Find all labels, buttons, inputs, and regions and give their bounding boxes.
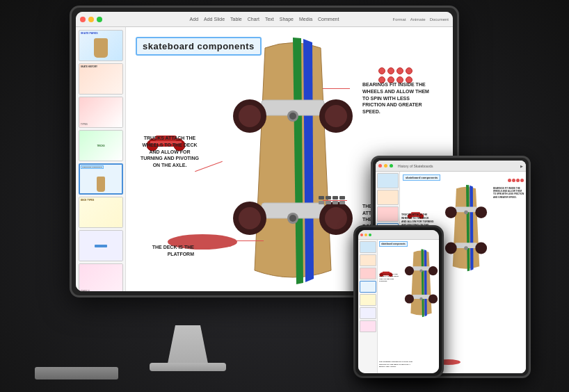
screw-dot [332, 196, 338, 199]
svg-point-23 [445, 206, 457, 218]
toolbar-shape[interactable]: Shape [280, 17, 294, 22]
svg-point-11 [325, 207, 347, 229]
slide-thumbnail-6[interactable]: DECK TYPES [79, 197, 123, 228]
phone-close[interactable] [360, 234, 363, 236]
mac-mini [35, 367, 118, 379]
deck-line [236, 240, 264, 241]
toolbar-animate[interactable]: Animate [410, 17, 426, 22]
svg-point-13 [289, 113, 296, 120]
tablet-bearing-dot [512, 179, 515, 182]
bearing-dot [396, 67, 403, 74]
toolbar-right: Format Animate Document [393, 17, 449, 22]
tablet-thumb-2[interactable] [377, 190, 399, 205]
toolbar-media[interactable]: Media [299, 17, 312, 22]
slide-thumbnail-8[interactable]: WHEELS [79, 263, 123, 291]
phone-thumb-3[interactable] [360, 268, 376, 279]
slide-thumbnail-7[interactable] [79, 230, 123, 261]
slide-thumbnail-4[interactable]: TRICKS [79, 130, 123, 161]
deck-annotation: THE DECK IS THE PLATFORM [138, 244, 194, 258]
close-button[interactable] [80, 17, 86, 22]
toolbar-document[interactable]: Document [430, 17, 449, 22]
phone-full[interactable] [369, 234, 371, 236]
bearing-dot [406, 67, 412, 74]
svg-point-9 [239, 207, 261, 229]
screw-dot [339, 201, 345, 204]
tablet-close[interactable] [378, 164, 382, 168]
slide-thumbnail-1[interactable]: SKATE PARKS [79, 30, 123, 61]
screws-line [323, 200, 347, 201]
toolbar: Add Add Slide Table Chart Text Shape Med… [76, 12, 453, 27]
toolbar-table[interactable]: Table [230, 17, 242, 22]
phone-slide-panel [358, 240, 378, 373]
tablet-thumb-1[interactable] [377, 173, 399, 188]
bearings-annotation: BEARINGS FIT INSIDE THE WHEELS AND ALLOW… [362, 81, 432, 115]
toolbar-text[interactable]: Text [265, 17, 274, 22]
tablet-full[interactable] [390, 164, 393, 168]
slide-thumbnail-2[interactable]: SKATE HISTORY [79, 63, 123, 95]
tablet-slide-title: skateboard components [403, 174, 440, 181]
svg-point-27 [445, 243, 457, 254]
fullscreen-button[interactable] [97, 17, 102, 22]
phone-content: skateboard components [358, 240, 439, 373]
phone-screen: skateboard components [358, 230, 439, 373]
screw-dot [326, 196, 331, 199]
tablet-skateboard [442, 180, 490, 277]
svg-point-15 [289, 215, 296, 222]
monitor-base [150, 363, 226, 371]
svg-point-28 [475, 243, 487, 254]
tablet-bearings-text: BEARINGS FIT INSIDE THE WHEELS AND ALLOW… [493, 187, 524, 199]
tablet-toolbar: History of Skateboards ▶ [376, 161, 526, 172]
toolbar-slide[interactable]: Add Slide [204, 17, 225, 22]
svg-point-29 [464, 211, 468, 215]
toolbar-comment[interactable]: Comment [318, 17, 339, 22]
svg-point-44 [419, 297, 422, 300]
minimize-button[interactable] [88, 17, 94, 22]
tablet-bearings-dots [508, 179, 524, 182]
tablet-bearing-dot [508, 179, 511, 182]
tablet-min[interactable] [384, 164, 387, 168]
phone-trucks-text: TRUCKS ATTACH THE WHEELS TO THE DECK AND… [379, 273, 401, 282]
phone-thumb-5[interactable] [360, 294, 376, 306]
svg-point-42 [428, 294, 438, 303]
phone-screws-text: THE SCREWS AND BOLTS ATTACH THE TRUCKS T… [379, 361, 414, 368]
bearing-dot [378, 67, 385, 74]
svg-point-43 [419, 269, 422, 272]
phone-thumb-6[interactable] [360, 307, 376, 319]
toolbar-chart[interactable]: Chart [248, 17, 259, 22]
slide-thumbnail-3[interactable]: TYPES [79, 97, 123, 128]
tablet-bearing-dot [516, 179, 520, 182]
toolbar-add[interactable]: Add [190, 17, 198, 22]
toolbar-actions: Add Add Slide Table Chart Text Shape Med… [190, 17, 339, 22]
screw-dot [332, 201, 338, 204]
svg-point-30 [464, 246, 468, 250]
bearing-dot [387, 67, 394, 74]
svg-point-38 [428, 266, 438, 275]
screw-dot [326, 201, 331, 204]
phone-thumb-7[interactable] [360, 320, 376, 332]
slide-thumbnail-5[interactable]: skateboard components [79, 163, 123, 195]
trucks-annotation: TRUCKS ATTACH THE WHEELS TO THE DECK AND… [138, 135, 201, 169]
svg-point-5 [325, 105, 347, 127]
slide-panel: SKATE PARKS SKATE HISTORY TYPES [76, 27, 126, 291]
phone-toolbar [358, 230, 439, 240]
phone-device: skateboard components [353, 225, 444, 378]
svg-point-41 [405, 294, 414, 303]
phone-thumb-4[interactable] [360, 281, 376, 293]
tablet-play[interactable]: ▶ [520, 164, 523, 168]
svg-point-37 [405, 266, 414, 275]
svg-point-3 [239, 105, 261, 127]
screw-dot [339, 196, 345, 199]
tablet-thumb-3[interactable] [377, 206, 399, 222]
phone-min[interactable] [364, 234, 367, 236]
phone-thumb-1[interactable] [360, 241, 376, 253]
tablet-bearing-dot [520, 179, 524, 182]
phone-main-slide: skateboard components [378, 240, 439, 373]
svg-point-24 [475, 206, 487, 218]
skateboard-illustration [223, 34, 362, 291]
screw-dot [319, 201, 324, 204]
toolbar-format[interactable]: Format [393, 17, 406, 22]
phone-skateboard [402, 245, 439, 322]
screw-dot [319, 196, 324, 199]
phone-thumb-2[interactable] [360, 254, 376, 266]
tablet-title: History of Skateboards [398, 164, 433, 168]
